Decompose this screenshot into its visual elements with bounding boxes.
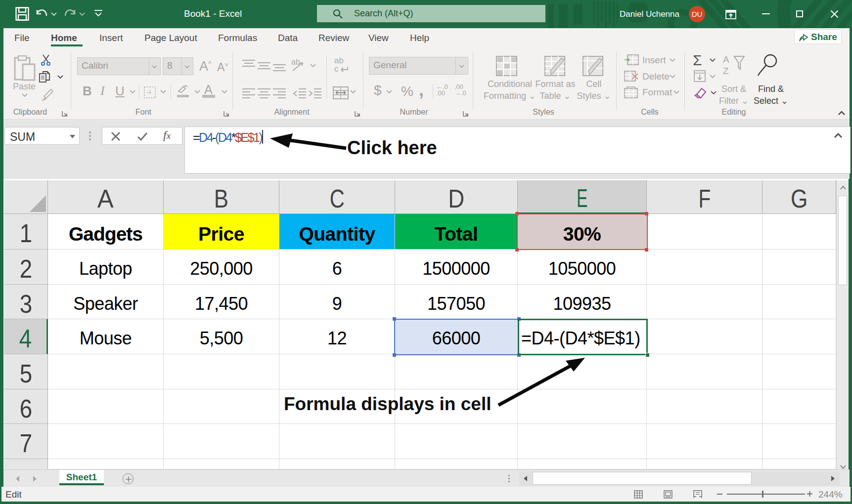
svg-text:ab: ab bbox=[291, 58, 300, 66]
svg-text:A: A bbox=[723, 54, 729, 65]
svg-text:Z: Z bbox=[723, 66, 729, 76]
svg-text:c: c bbox=[334, 64, 339, 74]
